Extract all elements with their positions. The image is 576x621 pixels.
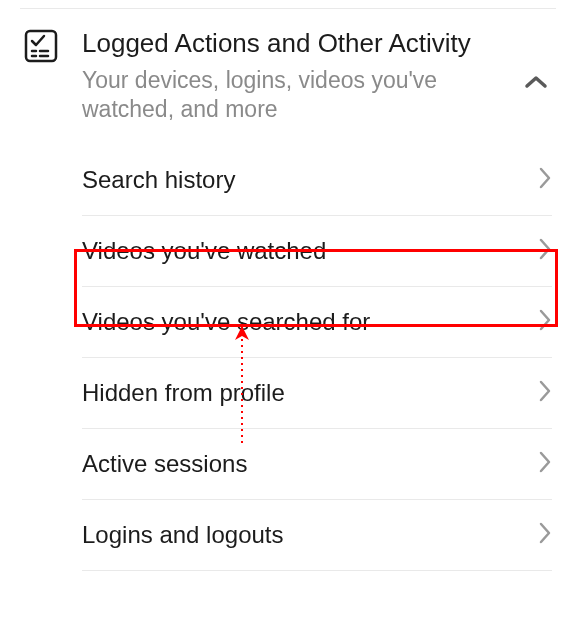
list-item-label: Logins and logouts: [82, 521, 284, 549]
activity-list: Search history Videos you've watched Vid…: [0, 145, 576, 571]
list-item-hidden-profile[interactable]: Hidden from profile: [82, 358, 552, 429]
list-item-videos-watched[interactable]: Videos you've watched: [82, 216, 552, 287]
list-item-search-history[interactable]: Search history: [82, 145, 552, 216]
section-title: Logged Actions and Other Activity: [82, 27, 496, 60]
chevron-right-icon: [538, 379, 552, 407]
chevron-up-icon[interactable]: [524, 75, 548, 93]
list-item-label: Videos you've watched: [82, 237, 326, 265]
list-item-active-sessions[interactable]: Active sessions: [82, 429, 552, 500]
chevron-right-icon: [538, 521, 552, 549]
section-subtitle: Your devices, logins, videos you've watc…: [82, 66, 496, 126]
activity-list-icon: [24, 29, 58, 67]
list-item-label: Active sessions: [82, 450, 247, 478]
list-item-logins-logouts[interactable]: Logins and logouts: [82, 500, 552, 571]
chevron-right-icon: [538, 450, 552, 478]
list-item-videos-searched[interactable]: Videos you've searched for: [82, 287, 552, 358]
list-item-label: Hidden from profile: [82, 379, 285, 407]
list-item-label: Videos you've searched for: [82, 308, 370, 336]
section-header-text: Logged Actions and Other Activity Your d…: [82, 27, 556, 125]
list-item-label: Search history: [82, 166, 235, 194]
section-header[interactable]: Logged Actions and Other Activity Your d…: [0, 27, 576, 145]
chevron-right-icon: [538, 166, 552, 194]
chevron-right-icon: [538, 308, 552, 336]
chevron-right-icon: [538, 237, 552, 265]
top-divider: [20, 8, 556, 9]
